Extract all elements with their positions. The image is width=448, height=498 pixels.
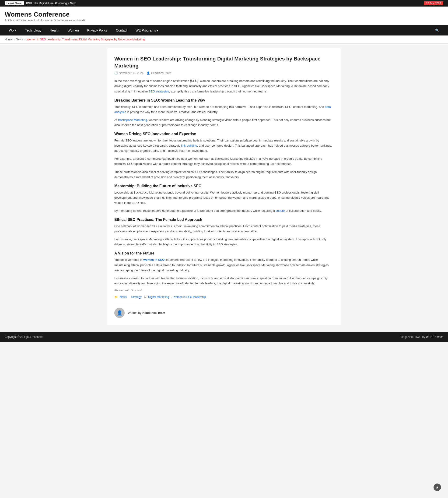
site-tagline: Articles, news and event info for women'… bbox=[5, 19, 443, 22]
date-badge: 23 Jan, 2025 bbox=[424, 1, 443, 5]
person-icon: 👤 bbox=[146, 71, 150, 75]
tag-strategy[interactable]: Strategy bbox=[131, 295, 142, 299]
article-paragraph-16: Businesses looking to partner with teams… bbox=[114, 276, 334, 286]
tag-icon: 🏷 bbox=[144, 295, 146, 299]
article-body: In the ever-evolving world of search eng… bbox=[114, 79, 334, 286]
search-icon[interactable]: 🔍 bbox=[431, 25, 443, 35]
article-paragraph-5: Female SEO leaders are known for their f… bbox=[114, 138, 334, 153]
article-paragraph-3: At Backspace Marketing, women leaders ar… bbox=[114, 117, 334, 128]
article-heading-3: Mentorship: Building the Future of Inclu… bbox=[114, 184, 334, 188]
breadcrumb-separator-1: › bbox=[14, 38, 15, 41]
nav-item-contact[interactable]: Contact bbox=[112, 25, 131, 35]
breadcrumb-current: Women in SEO Leadership: Transforming Di… bbox=[27, 38, 145, 41]
article-meta: 🕐 November 18, 2024 👤 Headlines Team bbox=[114, 71, 334, 75]
tag-news[interactable]: News bbox=[120, 295, 127, 299]
article-paragraph-2: Traditionally, SEO leadership has been d… bbox=[114, 104, 334, 115]
breadcrumb-separator-2: › bbox=[24, 38, 25, 41]
latest-news-label: Latest News: bbox=[5, 1, 24, 5]
main-container: Women in SEO Leadership: Transforming Di… bbox=[103, 48, 345, 325]
top-bar: Latest News: BNB: The Digital Asset Powe… bbox=[0, 0, 448, 7]
article-paragraph-15: The achievements of women in SEO leaders… bbox=[114, 257, 334, 273]
article-paragraph-6: For example, a recent e-commerce campaig… bbox=[114, 156, 334, 166]
article-paragraph-12: One hallmark of women-led SEO initiative… bbox=[114, 224, 334, 234]
article-title: Women in SEO Leadership: Transforming Di… bbox=[114, 55, 334, 69]
news-ticker-text: BNB: The Digital Asset Powering a New bbox=[26, 2, 76, 5]
data-analytics-link[interactable]: data analytics bbox=[114, 105, 331, 114]
nav-item-we-programs[interactable]: WE Programs ▾ bbox=[131, 25, 163, 35]
we-programs-label: WE Programs bbox=[136, 29, 156, 32]
backspace-marketing-link-1[interactable]: Backspace Marketing bbox=[118, 118, 147, 122]
link-building-link[interactable]: link-building bbox=[181, 144, 197, 147]
article-author: 👤 Headlines Team bbox=[146, 71, 171, 75]
powered-by-text: Magazine Power by WEN Themes bbox=[401, 335, 443, 339]
culture-link[interactable]: culture bbox=[276, 209, 285, 213]
clock-icon: 🕐 bbox=[114, 71, 118, 75]
article-heading-2: Women Driving SEO Innovation and Experti… bbox=[114, 132, 334, 136]
site-title[interactable]: Womens Conference bbox=[5, 11, 443, 18]
article-paragraph-0: In the ever-evolving world of search eng… bbox=[114, 79, 334, 94]
article-paragraph-9: Leadership at Backspace Marketing extend… bbox=[114, 190, 334, 205]
breadcrumb-section[interactable]: News bbox=[16, 38, 23, 41]
author-section: 👤 Written by Headlines Team bbox=[114, 304, 334, 318]
nav-item-work[interactable]: Work bbox=[5, 25, 20, 35]
article-heading-5: A Vision for the Future bbox=[114, 251, 334, 255]
nav-item-privacy-policy[interactable]: Privacy Policy bbox=[83, 25, 112, 35]
article-paragraph-13: For instance, Backspace Marketing's ethi… bbox=[114, 237, 334, 247]
nav-item-women[interactable]: Women bbox=[64, 25, 83, 35]
nav-item-health[interactable]: Health bbox=[46, 25, 63, 35]
news-ticker-area: Latest News: BNB: The Digital Asset Powe… bbox=[5, 1, 76, 5]
article-main: Women in SEO Leadership: Transforming Di… bbox=[107, 48, 341, 325]
breadcrumb: Home › News › Women in SEO Leadership: T… bbox=[0, 35, 448, 44]
photo-credit: Photo credit: Unsplash bbox=[114, 289, 334, 292]
article-paragraph-10: By mentoring others, these leaders contr… bbox=[114, 208, 334, 213]
article-heading-4: Ethical SEO Practices: The Female-Led Ap… bbox=[114, 217, 334, 222]
tag-women-in-seo-leadership[interactable]: women in SEO leadership bbox=[174, 295, 206, 299]
author-avatar: 👤 bbox=[114, 308, 125, 318]
nav-item-technology[interactable]: Technology bbox=[20, 25, 46, 35]
main-nav: Work Technology Health Women Privacy Pol… bbox=[0, 25, 448, 35]
chevron-down-icon: ▾ bbox=[157, 29, 159, 32]
tag-digital-marketing[interactable]: Digital Marketing bbox=[148, 295, 169, 299]
breadcrumb-home[interactable]: Home bbox=[5, 38, 12, 41]
category-icon: 📁 bbox=[114, 295, 118, 299]
copyright-text: Copyright © All rights reserved. bbox=[5, 335, 43, 339]
seo-strategies-link[interactable]: SEO strategies bbox=[149, 90, 169, 93]
theme-name-link[interactable]: WEN Themes bbox=[426, 335, 443, 339]
article-date: 🕐 November 18, 2024 bbox=[114, 71, 143, 75]
article-paragraph-7: These professionals also excel at solvin… bbox=[114, 169, 334, 180]
author-name: Written by Headlines Team bbox=[128, 311, 165, 315]
women-in-seo-link[interactable]: women in SEO bbox=[143, 258, 164, 262]
site-header: Womens Conference Articles, news and eve… bbox=[0, 7, 448, 25]
site-footer: Copyright © All rights reserved. Magazin… bbox=[0, 332, 448, 342]
article-heading-1: Breaking Barriers in SEO: Women Leading … bbox=[114, 98, 334, 102]
article-tags: 📁 News, Strategy 🏷 Digital Marketing, wo… bbox=[114, 295, 334, 299]
